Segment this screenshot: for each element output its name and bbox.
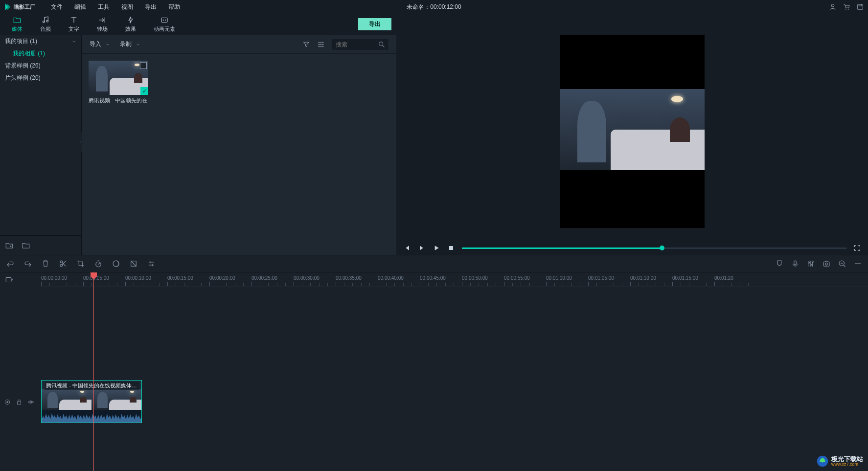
menu-view[interactable]: 视图 xyxy=(115,1,139,13)
tree-album-label: 我的相册 (1) xyxy=(13,49,45,58)
lock-icon[interactable] xyxy=(16,399,23,405)
adjust-button[interactable] xyxy=(147,259,156,268)
voiceover-icon[interactable] xyxy=(791,259,799,268)
tab-effect[interactable]: 效果 xyxy=(116,14,145,35)
record-dropdown[interactable]: 录制 xyxy=(120,40,140,48)
audio-mixer-icon[interactable] xyxy=(806,259,815,268)
sidebar: 我的项目 (1) 我的相册 (1) 背景样例 (26) 片头样例 (20) xyxy=(0,35,82,255)
ruler-minor-tick xyxy=(689,283,689,286)
zoom-line-icon[interactable] xyxy=(853,259,862,268)
tab-motion[interactable]: 动画元素 xyxy=(145,14,184,35)
tree-projects[interactable]: 我的项目 (1) xyxy=(0,35,81,47)
ruler-minor-tick xyxy=(639,283,639,286)
speed-button[interactable] xyxy=(94,259,103,268)
svg-point-29 xyxy=(812,261,813,263)
account-icon[interactable] xyxy=(829,3,837,11)
grid-view-icon[interactable] xyxy=(317,41,325,48)
tab-media[interactable]: 媒体 xyxy=(3,14,31,35)
media-item[interactable]: ✓ 腾讯视频 - 中国领先的在 xyxy=(89,61,148,104)
menu-help[interactable]: 帮助 xyxy=(162,1,186,13)
folder-icon[interactable] xyxy=(22,241,30,250)
sidebar-collapse-handle[interactable] xyxy=(78,132,82,152)
marker-icon[interactable] xyxy=(775,259,784,268)
ruler-minor-tick xyxy=(243,283,244,286)
eye-icon[interactable] xyxy=(27,399,34,405)
play-button[interactable] xyxy=(433,244,440,252)
ruler-minor-tick xyxy=(706,283,707,286)
tree-title-samples[interactable]: 片头样例 (20) xyxy=(0,72,81,84)
slider-knob[interactable] xyxy=(660,246,664,250)
search-icon[interactable] xyxy=(378,41,386,48)
ruler-minor-tick xyxy=(394,283,395,286)
video-clip[interactable]: 腾讯视频 - 中国领先的在线视频媒体平台 xyxy=(41,380,142,423)
timeline-ruler[interactable]: 00:00:00:0000:00:05:0000:00:10:0000:00:1… xyxy=(41,272,868,287)
stop-button[interactable] xyxy=(447,244,455,252)
export-button[interactable]: 导出 xyxy=(358,18,391,30)
tree-bg-samples[interactable]: 背景样例 (26) xyxy=(0,60,81,72)
app-name: 喵影工厂 xyxy=(14,3,35,11)
color-button[interactable] xyxy=(112,259,120,268)
menu-file[interactable]: 文件 xyxy=(45,1,69,13)
ruler-minor-tick xyxy=(605,283,605,286)
delete-button[interactable] xyxy=(41,259,50,268)
cart-icon[interactable] xyxy=(843,3,850,11)
zoom-out-icon[interactable] xyxy=(838,259,846,268)
tree-projects-label: 我的项目 (1) xyxy=(5,37,37,45)
clip-title: 腾讯视频 - 中国领先的在线视频媒体平台 xyxy=(45,381,139,390)
chevron-down-icon xyxy=(71,39,76,44)
ruler-minor-tick xyxy=(521,283,521,286)
ruler-tick: 00:00:30:00 xyxy=(294,275,320,281)
svg-point-16 xyxy=(319,45,320,47)
redo-button[interactable] xyxy=(23,259,32,268)
ruler-tick: 00:00:20:00 xyxy=(209,275,235,281)
save-icon[interactable] xyxy=(856,3,864,11)
snapshot-icon[interactable] xyxy=(822,259,831,268)
crop-button[interactable] xyxy=(76,259,85,268)
tab-text[interactable]: 文字 xyxy=(60,14,88,35)
ruler-minor-tick xyxy=(344,283,344,286)
project-title: 未命名：00:00:12:00 xyxy=(407,3,461,11)
prev-frame-button[interactable] xyxy=(403,244,411,252)
check-icon: ✓ xyxy=(140,87,148,95)
fullscreen-icon[interactable] xyxy=(853,244,861,252)
target-icon[interactable] xyxy=(4,399,11,405)
filter-icon[interactable] xyxy=(302,41,310,48)
svg-point-12 xyxy=(322,42,324,43)
motion-icon xyxy=(160,16,169,24)
svg-rect-7 xyxy=(161,18,167,22)
search-input[interactable] xyxy=(332,39,378,50)
tree-album[interactable]: 我的相册 (1) xyxy=(0,47,81,60)
split-button[interactable] xyxy=(59,259,68,268)
track-head xyxy=(0,395,41,409)
tab-transition[interactable]: 转场 xyxy=(88,14,116,35)
new-folder-icon[interactable] xyxy=(5,241,14,250)
svg-point-14 xyxy=(320,44,322,45)
timeline-manage-icon[interactable] xyxy=(5,275,14,284)
green-screen-button[interactable] xyxy=(129,259,138,268)
import-dropdown[interactable]: 导入 xyxy=(90,40,110,48)
ruler-minor-tick xyxy=(529,283,530,286)
ruler-minor-tick xyxy=(445,283,446,286)
ruler-minor-tick xyxy=(142,283,142,286)
ruler-minor-tick xyxy=(176,283,176,286)
ruler-minor-tick xyxy=(100,283,100,286)
playback-slider[interactable] xyxy=(462,247,846,249)
tab-media-label: 媒体 xyxy=(12,25,23,33)
menu-edit[interactable]: 编辑 xyxy=(69,1,92,13)
menu-export[interactable]: 导出 xyxy=(139,1,162,13)
tab-audio[interactable]: 音频 xyxy=(31,14,60,35)
menu-tool[interactable]: 工具 xyxy=(92,1,115,13)
ruler-tick: 00:00:15:00 xyxy=(167,275,193,281)
ruler-minor-tick xyxy=(302,283,302,286)
playhead[interactable] xyxy=(93,272,94,471)
svg-rect-30 xyxy=(823,262,829,266)
ruler-tick: 00:00:40:00 xyxy=(378,275,404,281)
ruler-minor-tick xyxy=(352,283,353,286)
next-frame-button[interactable] xyxy=(418,244,426,252)
svg-point-13 xyxy=(319,44,320,45)
ruler-tick: 00:00:10:00 xyxy=(125,275,151,281)
app-logo: 喵影工厂 xyxy=(4,3,35,11)
ruler-minor-tick xyxy=(67,283,67,286)
ruler-minor-tick xyxy=(49,283,50,286)
undo-button[interactable] xyxy=(6,259,15,268)
